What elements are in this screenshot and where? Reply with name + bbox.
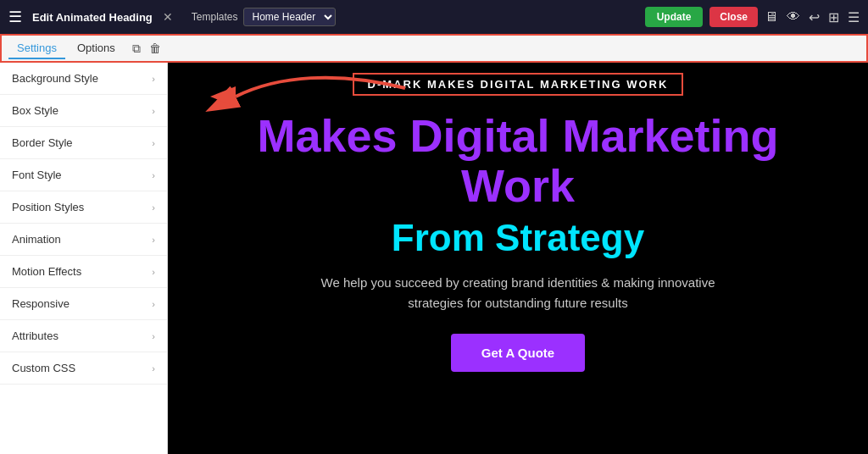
sidebar-item-border-style-label: Border Style xyxy=(12,136,73,149)
sidebar-item-animation[interactable]: Animation › xyxy=(0,224,167,256)
sidebar-item-attributes-label: Attributes xyxy=(12,329,58,342)
sidebar-item-position-styles[interactable]: Position Styles › xyxy=(0,191,167,224)
tab-settings[interactable]: Settings xyxy=(8,38,65,59)
eye-icon[interactable]: 👁 xyxy=(787,9,800,25)
get-a-quote-button[interactable]: Get A Quote xyxy=(451,334,585,372)
sidebar-item-motion-effects-label: Motion Effects xyxy=(12,265,81,278)
templates-label: Templates xyxy=(192,11,238,23)
arrow-icon-9: › xyxy=(152,363,155,374)
sidebar: Background Style › Box Style › Border St… xyxy=(0,63,168,454)
sidebar-item-box-style-label: Box Style xyxy=(12,104,58,117)
hamburger-icon[interactable]: ☰ xyxy=(8,8,22,26)
arrow-icon-7: › xyxy=(152,299,155,309)
preview-header-bar: D-MARK MAKES DIGITAL MARKETING WORK xyxy=(168,63,868,102)
tab-options[interactable]: Options xyxy=(69,38,124,59)
sub-toolbar-icons: ⧉ 🗑 xyxy=(131,40,163,58)
sidebar-item-responsive[interactable]: Responsive › xyxy=(0,288,167,320)
sub-toolbar: Settings Options ⧉ 🗑 xyxy=(0,34,868,63)
arrow-icon-3: › xyxy=(152,170,155,180)
arrow-icon-5: › xyxy=(152,235,155,245)
sidebar-item-attributes[interactable]: Attributes › xyxy=(0,320,167,352)
update-button[interactable]: Update xyxy=(645,7,704,27)
preview-main-content: Makes Digital Marketing Work From Strate… xyxy=(168,102,868,380)
preview-description: We help you succeed by creating brand id… xyxy=(298,273,738,313)
templates-select[interactable]: Home Header xyxy=(243,8,336,26)
arrow-icon-8: › xyxy=(152,331,155,341)
arrow-icon-0: › xyxy=(152,74,155,84)
sidebar-item-font-style-label: Font Style xyxy=(12,169,62,181)
sidebar-item-background-style[interactable]: Background Style › xyxy=(0,63,167,95)
menu-icon[interactable]: ☰ xyxy=(848,9,860,25)
sidebar-item-font-style[interactable]: Font Style › xyxy=(0,159,167,191)
arrow-icon-6: › xyxy=(152,267,155,277)
undo-icon[interactable]: ↩ xyxy=(809,9,820,25)
sidebar-item-background-style-label: Background Style xyxy=(12,72,98,85)
sidebar-item-responsive-label: Responsive xyxy=(12,297,70,310)
preview-header-text: D-MARK MAKES DIGITAL MARKETING WORK xyxy=(353,73,684,96)
arrow-icon-1: › xyxy=(152,106,155,116)
sidebar-item-border-style[interactable]: Border Style › xyxy=(0,127,167,159)
sidebar-item-animation-label: Animation xyxy=(12,233,61,246)
toolbar-title: Edit Animated Heading xyxy=(32,11,153,24)
main-toolbar: ☰ Edit Animated Heading ✕ Templates Home… xyxy=(0,0,868,34)
sidebar-item-position-styles-label: Position Styles xyxy=(12,201,84,213)
preview-heading-line2: Work xyxy=(461,160,575,211)
layout-icon[interactable]: ⊞ xyxy=(828,9,839,25)
delete-icon[interactable]: 🗑 xyxy=(147,40,163,57)
preview-heading-cyan: From Strategy xyxy=(392,217,644,259)
sidebar-item-motion-effects[interactable]: Motion Effects › xyxy=(0,256,167,288)
preview-heading-purple: Makes Digital Marketing Work xyxy=(257,111,778,212)
toolbar-right: Update Close 🖥 👁 ↩ ⊞ ☰ xyxy=(645,7,860,27)
arrow-icon-4: › xyxy=(152,202,155,213)
sidebar-item-box-style[interactable]: Box Style › xyxy=(0,95,167,127)
close-button[interactable]: Close xyxy=(709,7,758,27)
main-layout: Background Style › Box Style › Border St… xyxy=(0,63,868,454)
arrow-icon-2: › xyxy=(152,138,155,148)
sidebar-item-custom-css-label: Custom CSS xyxy=(12,362,75,374)
copy-icon[interactable]: ⧉ xyxy=(131,40,142,58)
preview-area: D-MARK MAKES DIGITAL MARKETING WORK Make… xyxy=(168,63,868,454)
toolbar-icon-group: 🖥 👁 ↩ ⊞ ☰ xyxy=(765,9,860,25)
sidebar-item-custom-css[interactable]: Custom CSS › xyxy=(0,352,167,385)
preview-heading-line1: Makes Digital Marketing xyxy=(257,110,778,161)
templates-section: Templates Home Header xyxy=(192,8,336,26)
close-x-icon[interactable]: ✕ xyxy=(163,10,173,24)
monitor-icon[interactable]: 🖥 xyxy=(765,9,778,25)
